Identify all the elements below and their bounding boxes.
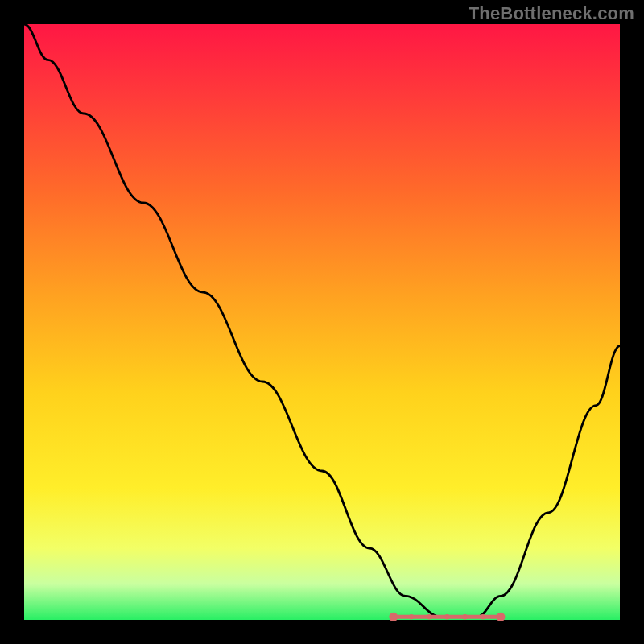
optimal-marker: [481, 614, 485, 619]
optimal-marker: [389, 613, 398, 621]
optimal-marker: [462, 614, 467, 619]
optimal-marker: [497, 613, 506, 621]
optimal-marker: [427, 614, 431, 619]
chart-container: TheBottleneck.com: [0, 0, 644, 644]
chart-svg: [0, 0, 644, 644]
watermark-text: TheBottleneck.com: [469, 3, 634, 24]
optimal-marker: [409, 614, 414, 619]
plot-area: [24, 24, 620, 620]
optimal-marker: [444, 614, 449, 619]
